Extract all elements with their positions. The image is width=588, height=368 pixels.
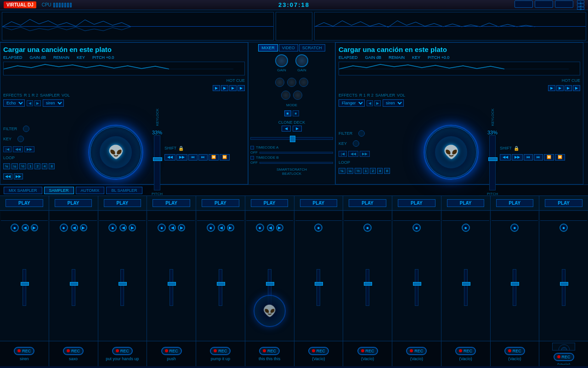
mixer-tab-video[interactable]: VIDEO — [279, 44, 298, 52]
sc-fader-handle-10[interactable] — [511, 282, 519, 286]
rec-btn-9[interactable]: REC — [455, 347, 476, 355]
rec-btn-6[interactable]: REC — [308, 347, 329, 355]
eq-knob-3[interactable] — [299, 78, 308, 87]
right-loop-5[interactable]: 2 — [370, 168, 375, 174]
sc-arrow-back-0[interactable]: ◀ — [22, 224, 29, 231]
right-dbb-6[interactable]: ⏩ — [555, 154, 565, 161]
waveform-right[interactable] — [314, 12, 586, 40]
sc-fader-handle-5[interactable] — [266, 282, 274, 286]
sc-dot-5[interactable]: ● — [256, 224, 264, 232]
num-btn-3[interactable]: 3 — [577, 7, 584, 10]
right-hc-btn-2[interactable]: ▶ — [556, 85, 564, 91]
mixer-tab-mixer[interactable]: MIXER — [258, 44, 278, 52]
play-btn-4[interactable]: PLAY — [202, 199, 239, 207]
sc-dot-10[interactable]: ● — [510, 224, 519, 232]
play-btn-6[interactable]: PLAY — [300, 199, 337, 207]
eq-knob-1[interactable] — [275, 78, 284, 87]
left-hc-btn-1[interactable]: ▶ — [213, 85, 220, 91]
right-pitch-bar[interactable] — [489, 135, 496, 190]
right-vcr-1[interactable]: |◀ — [339, 151, 347, 157]
play-btn-0[interactable]: PLAY — [6, 199, 43, 207]
play-btn-10[interactable]: PLAY — [496, 199, 533, 207]
play-btn-7[interactable]: PLAY — [349, 199, 386, 207]
sc-arrow-fwd-2[interactable]: ▶ — [129, 224, 136, 231]
left-loop-3[interactable]: ½ — [19, 163, 26, 169]
sc-fader-handle-7[interactable] — [364, 282, 372, 286]
right-r2-btn[interactable]: ▶ — [374, 100, 381, 106]
left-hc-btn-2[interactable]: ▶ — [221, 85, 228, 91]
sc-fader-8[interactable] — [415, 269, 418, 306]
sc-dot-0[interactable]: ● — [11, 224, 19, 232]
rec-btn-0[interactable]: REC — [14, 347, 34, 355]
sc-arrow-back-5[interactable]: ◀ — [267, 224, 274, 231]
right-vcr-3[interactable]: ▶▶ — [360, 151, 370, 157]
left-r1-btn[interactable]: ◀ — [27, 100, 33, 106]
play-btn-2[interactable]: PLAY — [104, 199, 141, 207]
sc-fader-handle-3[interactable] — [168, 282, 176, 286]
mode-btn-1[interactable]: ■ — [284, 110, 291, 116]
crossfader-handle[interactable] — [290, 136, 295, 142]
left-loop-ex-2[interactable]: ▶▶ — [14, 173, 23, 179]
left-loop-2[interactable]: ¼ — [11, 163, 18, 169]
waveform-left[interactable] — [2, 12, 274, 40]
mode-btn-2[interactable]: ■ — [293, 110, 300, 116]
sc-fader-handle-4[interactable] — [217, 282, 225, 286]
rec-btn-2[interactable]: REC — [112, 347, 133, 355]
sc-dot-1[interactable]: ● — [60, 224, 68, 232]
rec-btn-8[interactable]: REC — [406, 347, 427, 355]
right-pitch-handle[interactable] — [488, 157, 498, 161]
gain-knob-left[interactable] — [275, 54, 288, 67]
sc-fader-11[interactable] — [562, 269, 565, 306]
tc-b-off-btn[interactable] — [250, 156, 254, 160]
sc-fader-0[interactable] — [23, 269, 26, 306]
right-r1-btn[interactable]: ◀ — [367, 100, 373, 106]
play-btn-5[interactable]: PLAY — [251, 199, 288, 207]
rec-btn-1[interactable]: REC — [63, 347, 84, 355]
rec-btn-7[interactable]: REC — [357, 347, 378, 355]
left-loop-4[interactable]: 1 — [28, 163, 33, 169]
rec-btn-3[interactable]: REC — [161, 347, 182, 355]
left-dbb-1[interactable]: ◀◀ — [164, 154, 175, 161]
sc-arrow-fwd-1[interactable]: ▶ — [80, 224, 87, 231]
eq-knob-4[interactable] — [281, 91, 290, 100]
left-loop-5[interactable]: 2 — [34, 163, 40, 169]
right-dbb-5[interactable]: ⏪ — [544, 154, 554, 161]
right-dbb-4[interactable]: ⏭ — [534, 154, 543, 161]
sc-arrow-back-2[interactable]: ◀ — [119, 224, 127, 231]
sc-fader-handle-11[interactable] — [560, 282, 568, 286]
rec-btn-5[interactable]: REC — [259, 347, 280, 355]
left-loop-6[interactable]: 4 — [42, 163, 47, 169]
right-loop-2[interactable]: ¼ — [347, 168, 354, 174]
sc-fader-1[interactable] — [72, 269, 75, 306]
right-dbb-3[interactable]: ⏮ — [524, 154, 533, 161]
sc-fader-7[interactable] — [366, 269, 369, 306]
play-btn-9[interactable]: PLAY — [447, 199, 484, 207]
left-filter-knob[interactable] — [23, 126, 29, 132]
left-pitch-bar[interactable] — [154, 135, 160, 190]
left-sampler-select[interactable]: siren — [43, 99, 64, 107]
rec-btn-4[interactable]: REC — [210, 347, 231, 355]
sc-dot-7[interactable]: ● — [363, 224, 372, 232]
sc-fader-handle-2[interactable] — [119, 282, 127, 286]
right-hc-btn-1[interactable]: ▶ — [548, 85, 555, 91]
sc-fader-2[interactable] — [120, 269, 124, 306]
right-loop-4[interactable]: 1 — [363, 168, 368, 174]
left-hc-btn-4[interactable]: ▶ — [237, 85, 245, 91]
sc-dot-2[interactable]: ● — [108, 224, 117, 232]
rec-btn-11[interactable]: REC — [554, 353, 574, 361]
clone-btn-left[interactable]: ◀ — [282, 126, 291, 132]
left-loop-7[interactable]: 8 — [49, 163, 54, 169]
right-key-knob[interactable] — [353, 140, 359, 147]
sc-fader-3[interactable] — [170, 269, 173, 306]
left-hc-btn-3[interactable]: ▶ — [229, 85, 237, 91]
left-loop-ex-1[interactable]: ◀◀ — [3, 173, 12, 179]
right-loop-3[interactable]: ½ — [355, 168, 362, 174]
left-pitch-handle[interactable] — [153, 157, 162, 161]
left-loop-1[interactable]: ⅛ — [3, 163, 10, 169]
clone-btn-right[interactable]: ▶ — [293, 126, 302, 132]
sc-arrow-fwd-3[interactable]: ▶ — [178, 224, 185, 231]
sc-dot-3[interactable]: ● — [158, 224, 166, 232]
gain-knob-right[interactable] — [295, 54, 308, 67]
sc-dot-8[interactable]: ● — [413, 224, 421, 232]
sc-fader-4[interactable] — [219, 269, 222, 306]
